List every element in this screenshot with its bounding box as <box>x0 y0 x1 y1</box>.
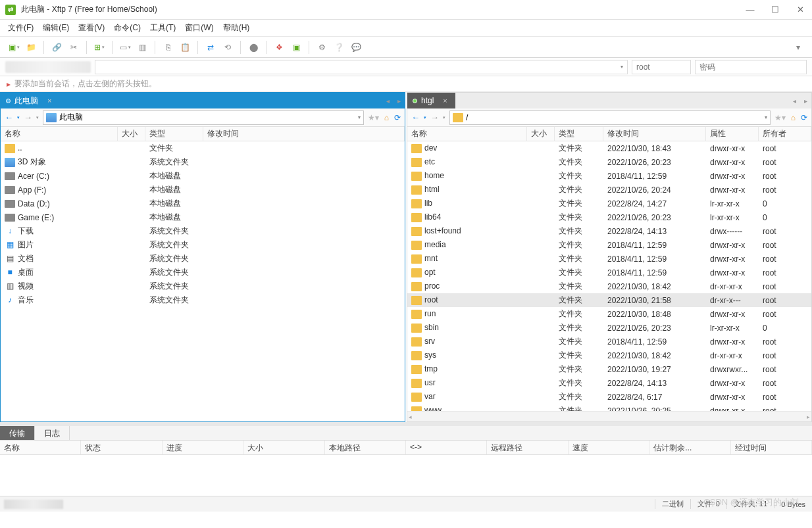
layout-button[interactable]: ▭ <box>118 40 132 55</box>
column-header[interactable]: 估计剩余... <box>649 441 730 454</box>
forward-button[interactable]: → <box>24 112 32 122</box>
remote-file-list[interactable]: dev文件夹2022/10/30, 18:43drwxr-xr-xrootetc… <box>407 141 811 411</box>
column-header[interactable]: 修改时间 <box>603 127 706 141</box>
file-row[interactable]: www文件夹2022/10/26, 20:25drwxr-xr-xroot <box>407 404 811 411</box>
file-row[interactable]: opt文件夹2018/4/11, 12:59drwxr-xr-xroot <box>407 266 811 279</box>
file-row[interactable]: 3D 对象系统文件夹 <box>1 155 405 169</box>
unlink-button[interactable]: ✂ <box>66 40 81 55</box>
column-header[interactable]: 速度 <box>569 441 649 454</box>
column-header[interactable]: 远程路径 <box>487 441 568 454</box>
column-header[interactable]: 属性 <box>706 127 759 141</box>
column-header[interactable]: 名称 <box>0 441 81 454</box>
column-header[interactable]: 大小 <box>118 127 145 141</box>
column-header[interactable]: 类型 <box>555 127 603 141</box>
path-dropdown-icon[interactable]: ▾ <box>358 114 361 120</box>
new-window-button[interactable]: ⊞ <box>92 40 107 55</box>
file-row[interactable]: ↓下载系统文件夹 <box>1 224 405 238</box>
help-icon[interactable]: ❔ <box>332 40 346 55</box>
back-button[interactable]: ← <box>5 112 13 122</box>
column-header[interactable]: 经过时间 <box>731 441 812 454</box>
file-row[interactable]: etc文件夹2022/10/26, 20:23drwxr-xr-xroot <box>407 155 811 169</box>
open-button[interactable]: 📁 <box>24 40 38 55</box>
column-header[interactable]: 进度 <box>163 441 243 454</box>
path-dropdown-icon[interactable]: ▾ <box>765 114 767 120</box>
refresh-icon[interactable]: ⟳ <box>801 113 807 122</box>
bookmark-icon[interactable]: ★▾ <box>368 113 379 122</box>
column-header[interactable]: 所有者 <box>759 127 811 141</box>
file-row[interactable]: dev文件夹2022/10/30, 18:43drwxr-xr-xroot <box>407 141 811 155</box>
file-row[interactable]: home文件夹2018/4/11, 12:59drwxr-xr-xroot <box>407 169 811 183</box>
refresh-icon[interactable]: ⟳ <box>394 113 401 122</box>
file-row[interactable]: App (F:)本地磁盘 <box>1 183 405 197</box>
local-path-input[interactable] <box>59 113 355 122</box>
back-button[interactable]: ← <box>411 112 420 122</box>
chat-icon[interactable]: 💬 <box>349 40 363 55</box>
home-icon[interactable]: ⌂ <box>791 113 796 122</box>
file-row[interactable]: lib文件夹2022/8/24, 14:27lr-xr-xr-x0 <box>407 197 811 210</box>
file-row[interactable]: ▥视频系统文件夹 <box>1 279 405 293</box>
file-row[interactable]: lib64文件夹2022/10/26, 20:23lr-xr-xr-x0 <box>407 210 811 224</box>
sync-button[interactable]: ⟲ <box>220 40 235 55</box>
xftp-button[interactable]: ▣ <box>289 40 303 55</box>
file-row[interactable]: mnt文件夹2018/4/11, 12:59drwxr-xr-xroot <box>407 252 811 266</box>
transfer-button[interactable]: ⇄ <box>203 40 218 55</box>
file-row[interactable]: ▤文档系统文件夹 <box>1 252 405 266</box>
remote-tab[interactable]: htgl × <box>407 93 455 108</box>
file-row[interactable]: root文件夹2022/10/30, 21:58dr-xr-x---root <box>407 293 811 307</box>
file-row[interactable]: var文件夹2022/8/24, 6:17drwxr-xr-xroot <box>407 390 811 404</box>
file-row[interactable]: run文件夹2022/10/30, 18:48drwxr-xr-xroot <box>407 307 811 321</box>
tab-prev-icon[interactable]: ◂ <box>789 97 800 105</box>
toolbar-overflow-icon[interactable]: ▾ <box>791 40 805 55</box>
menu-item[interactable]: 工具(T) <box>150 22 176 34</box>
menu-item[interactable]: 命令(C) <box>114 22 141 34</box>
local-file-list[interactable]: ..文件夹3D 对象系统文件夹Acer (C:)本地磁盘App (F:)本地磁盘… <box>1 141 405 421</box>
settings-icon[interactable]: ⚙ <box>315 40 329 55</box>
link-button[interactable]: 🔗 <box>49 40 64 55</box>
column-header[interactable]: 本地路径 <box>325 441 406 454</box>
file-row[interactable]: Data (D:)本地磁盘 <box>1 197 405 210</box>
file-row[interactable]: Game (E:)本地磁盘 <box>1 210 405 224</box>
close-tab-icon[interactable]: × <box>443 97 447 105</box>
menu-item[interactable]: 帮助(H) <box>223 22 250 34</box>
tab-next-icon[interactable]: ▸ <box>393 97 405 105</box>
column-header[interactable]: 大小 <box>527 127 555 141</box>
new-session-button[interactable]: ▣ <box>7 40 21 55</box>
tab-transfer[interactable]: 传输 <box>0 426 35 440</box>
file-row[interactable]: html文件夹2022/10/26, 20:24drwxr-xr-xroot <box>407 183 811 197</box>
local-tab[interactable]: 此电脑 × <box>1 93 59 108</box>
stop-button[interactable]: ⬤ <box>246 40 261 55</box>
xshell-button[interactable]: ❖ <box>272 40 286 55</box>
file-row[interactable]: media文件夹2018/4/11, 12:59drwxr-xr-xroot <box>407 238 811 252</box>
menu-item[interactable]: 查看(V) <box>78 22 105 34</box>
minimize-button[interactable]: — <box>744 5 757 14</box>
tab-prev-icon[interactable]: ◂ <box>382 97 393 105</box>
close-button[interactable]: ✕ <box>794 5 807 14</box>
host-dropdown[interactable] <box>95 60 628 74</box>
file-row[interactable]: usr文件夹2022/8/24, 14:13drwxr-xr-xroot <box>407 376 811 390</box>
file-row[interactable]: lost+found文件夹2022/8/24, 14:13drwx------r… <box>407 224 811 238</box>
remote-path-box[interactable]: ▾ <box>449 110 771 125</box>
column-header[interactable]: 状态 <box>81 441 162 454</box>
tab-log[interactable]: 日志 <box>35 426 70 440</box>
password-input[interactable] <box>695 60 807 74</box>
copy-button[interactable]: ⎘ <box>161 40 175 55</box>
column-header[interactable]: 修改时间 <box>203 127 405 141</box>
menu-item[interactable]: 窗口(W) <box>185 22 213 34</box>
forward-button[interactable]: → <box>430 112 439 122</box>
close-tab-icon[interactable]: × <box>47 97 51 105</box>
menu-item[interactable]: 编辑(E) <box>43 22 69 34</box>
menu-item[interactable]: 文件(F) <box>8 22 34 34</box>
file-row[interactable]: sbin文件夹2022/10/26, 20:23lr-xr-xr-x0 <box>407 321 811 335</box>
column-header[interactable]: 类型 <box>145 127 203 141</box>
file-row[interactable]: tmp文件夹2022/10/30, 19:27drwxrwxr...root <box>407 362 811 376</box>
column-header[interactable]: 大小 <box>243 441 324 454</box>
tab-next-icon[interactable]: ▸ <box>800 97 811 105</box>
column-header[interactable]: <-> <box>406 441 487 454</box>
remote-path-input[interactable] <box>466 113 762 122</box>
username-input[interactable] <box>632 60 691 74</box>
file-row[interactable]: srv文件夹2018/4/11, 12:59drwxr-xr-xroot <box>407 335 811 348</box>
file-row[interactable]: proc文件夹2022/10/30, 18:42dr-xr-xr-xroot <box>407 279 811 293</box>
local-path-box[interactable]: ▾ <box>43 110 364 125</box>
file-row[interactable]: sys文件夹2022/10/30, 18:42dr-xr-xr-xroot <box>407 348 811 362</box>
file-row[interactable]: ▦图片系统文件夹 <box>1 238 405 252</box>
